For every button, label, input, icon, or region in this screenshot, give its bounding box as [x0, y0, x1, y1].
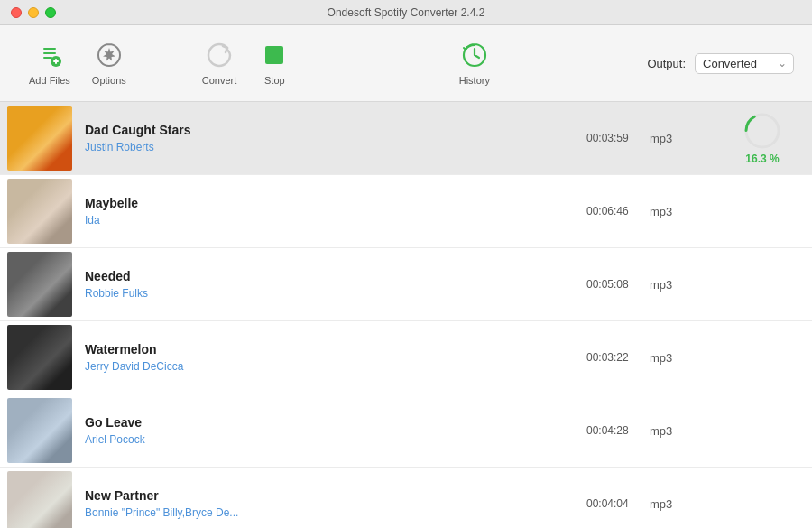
app-title: Ondesoft Spotify Converter 2.4.2	[328, 6, 485, 19]
output-select[interactable]: Converted Desktop Music Downloads	[695, 53, 794, 74]
output-section: Output: Converted Desktop Music Download…	[647, 53, 794, 74]
stop-button[interactable]: Stop	[247, 33, 301, 93]
add-files-label: Add Files	[29, 75, 70, 86]
song-artist: Bonnie "Prince" Billy,Bryce De...	[85, 506, 579, 519]
song-artist: Robbie Fulks	[85, 287, 579, 300]
song-format: mp3	[650, 351, 722, 365]
output-select-wrap: Converted Desktop Music Downloads	[695, 53, 794, 74]
add-files-icon	[35, 41, 64, 69]
title-bar: Ondesoft Spotify Converter 2.4.2	[0, 0, 812, 25]
options-label: Options	[92, 75, 126, 86]
song-artist: Ida	[85, 214, 579, 227]
svg-rect-0	[43, 48, 56, 50]
song-duration: 00:06:46	[586, 205, 650, 218]
stop-label: Stop	[264, 75, 285, 86]
minimize-button[interactable]	[28, 7, 39, 18]
song-row[interactable]: Go LeaveAriel Pocock00:04:28mp3	[0, 394, 812, 468]
song-duration: 00:04:04	[586, 497, 650, 510]
album-art	[7, 179, 72, 244]
song-title: Maybelle	[85, 196, 579, 210]
history-icon	[460, 41, 489, 69]
song-title: Dad Caught Stars	[85, 123, 579, 137]
song-info: NeededRobbie Fulks	[78, 260, 586, 309]
song-row[interactable]: Dad Caught StarsJustin Roberts00:03:59mp…	[0, 102, 812, 175]
toolbar: Add Files Options Convert Stop	[0, 25, 812, 102]
song-format: mp3	[650, 132, 722, 145]
song-artist: Jerry David DeCicca	[85, 360, 579, 373]
album-art	[7, 252, 72, 317]
song-title: Go Leave	[85, 415, 579, 430]
options-button[interactable]: Options	[81, 33, 137, 93]
song-duration: 00:05:08	[586, 278, 650, 291]
song-status: 16.3 %	[722, 111, 812, 165]
song-row[interactable]: MaybelleIda00:06:46mp3	[0, 175, 812, 248]
song-info: Dad Caught StarsJustin Roberts	[78, 114, 586, 162]
song-title: New Partner	[85, 488, 579, 503]
song-info: Go LeaveAriel Pocock	[78, 406, 586, 455]
song-title: Needed	[85, 269, 579, 283]
song-format: mp3	[650, 278, 722, 292]
song-info: WatermelonJerry David DeCicca	[78, 333, 586, 382]
convert-icon	[205, 41, 234, 69]
album-art	[7, 106, 72, 171]
album-art	[7, 325, 72, 390]
album-art	[7, 398, 72, 463]
song-format: mp3	[650, 424, 722, 438]
close-button[interactable]	[11, 7, 22, 18]
song-title: Watermelon	[85, 342, 579, 357]
history-button[interactable]: History	[448, 33, 502, 93]
convert-button[interactable]: Convert	[191, 33, 248, 93]
svg-rect-1	[43, 52, 56, 54]
svg-rect-2	[43, 57, 52, 59]
song-row[interactable]: WatermelonJerry David DeCicca00:03:22mp3	[0, 321, 812, 394]
song-row[interactable]: NeededRobbie Fulks00:05:08mp3	[0, 248, 812, 321]
song-format: mp3	[650, 497, 722, 511]
stop-icon	[260, 41, 289, 69]
maximize-button[interactable]	[45, 7, 56, 18]
svg-rect-6	[265, 46, 283, 64]
output-label: Output:	[647, 57, 686, 70]
traffic-lights	[11, 7, 56, 18]
song-format: mp3	[650, 205, 722, 218]
options-icon	[95, 41, 124, 69]
song-info: MaybelleIda	[78, 187, 586, 236]
progress-label: 16.3 %	[745, 153, 779, 165]
song-artist: Justin Roberts	[85, 141, 579, 153]
convert-label: Convert	[202, 75, 237, 86]
svg-rect-5	[55, 59, 57, 64]
album-art	[7, 471, 72, 528]
song-artist: Ariel Pocock	[85, 433, 579, 446]
add-files-button[interactable]: Add Files	[18, 33, 81, 93]
song-duration: 00:04:28	[586, 424, 650, 437]
progress-circle-svg	[743, 111, 782, 151]
song-duration: 00:03:59	[586, 132, 650, 144]
song-row[interactable]: New PartnerBonnie "Prince" Billy,Bryce D…	[0, 468, 812, 528]
song-duration: 00:03:22	[586, 351, 650, 364]
history-label: History	[459, 75, 490, 86]
song-list: Dad Caught StarsJustin Roberts00:03:59mp…	[0, 102, 812, 528]
song-info: New PartnerBonnie "Prince" Billy,Bryce D…	[78, 479, 586, 528]
